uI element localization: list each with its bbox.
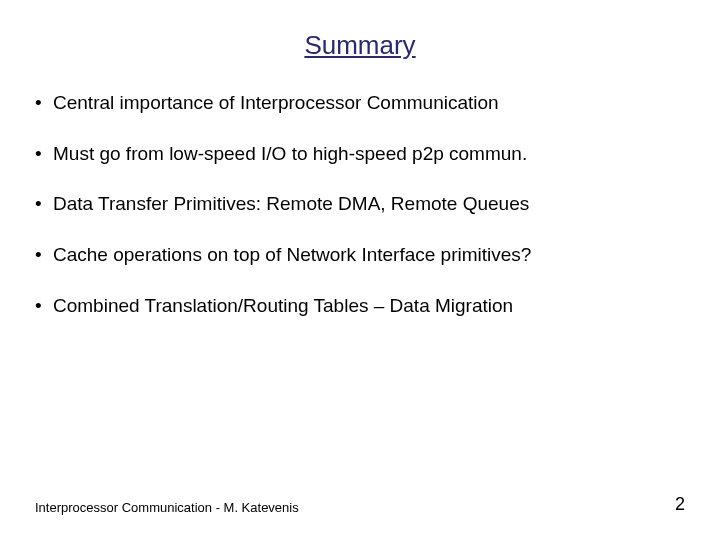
slide-container: Summary Central importance of Interproce… [0, 0, 720, 540]
list-item: Cache operations on top of Network Inter… [35, 243, 685, 268]
footer-text: Interprocessor Communication - M. Kateve… [35, 500, 299, 515]
bullet-list: Central importance of Interprocessor Com… [35, 91, 685, 494]
list-item: Central importance of Interprocessor Com… [35, 91, 685, 116]
footer: Interprocessor Communication - M. Kateve… [35, 494, 685, 515]
list-item: Data Transfer Primitives: Remote DMA, Re… [35, 192, 685, 217]
page-number: 2 [675, 494, 685, 515]
page-title: Summary [35, 30, 685, 61]
list-item: Must go from low-speed I/O to high-speed… [35, 142, 685, 167]
list-item: Combined Translation/Routing Tables – Da… [35, 294, 685, 319]
